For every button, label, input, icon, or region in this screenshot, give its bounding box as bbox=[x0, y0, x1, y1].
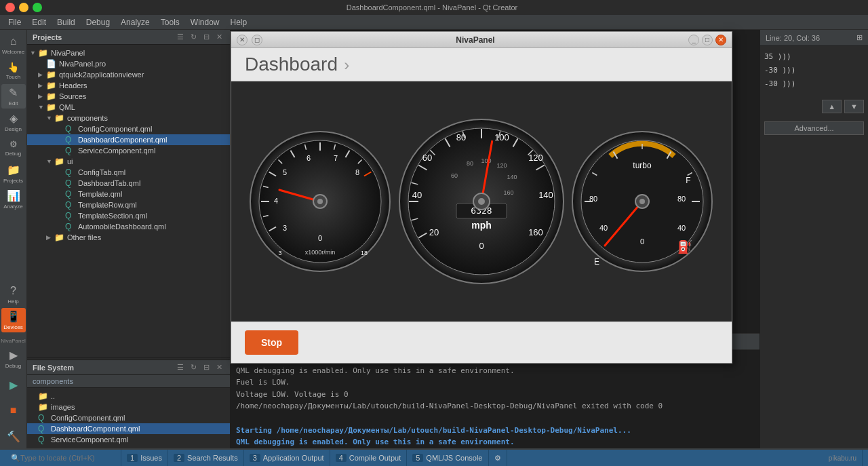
config-label: ConfigComponent.qml bbox=[78, 125, 152, 133]
tree-configtab[interactable]: Q ConfigTab.qml bbox=[27, 167, 230, 178]
sidebar-projects[interactable]: 📁 Projects bbox=[1, 161, 26, 186]
sidebar-welcome[interactable]: ⌂ Welcome bbox=[1, 33, 26, 57]
sidebar-debug2[interactable]: ▶ Debug bbox=[1, 347, 26, 371]
fs-sync-btn[interactable]: ↻ bbox=[188, 362, 199, 373]
preview-close2-btn[interactable]: ✕ bbox=[715, 35, 726, 45]
fs-dashboard[interactable]: Q DashboardComponent.qml bbox=[27, 423, 230, 434]
sync-btn[interactable]: ↻ bbox=[188, 32, 199, 43]
close-btn[interactable] bbox=[5, 3, 15, 12]
preview-close-btn[interactable]: ✕ bbox=[237, 35, 248, 45]
status-issues[interactable]: 1 Issues bbox=[121, 450, 168, 466]
tree-root[interactable]: ▼ 📁 NivaPanel bbox=[27, 47, 230, 58]
sidebar-design[interactable]: ◈ Design bbox=[1, 110, 26, 134]
menu-debug[interactable]: Debug bbox=[81, 15, 115, 29]
menu-build[interactable]: Build bbox=[52, 15, 81, 29]
sidebar-run[interactable]: ▶ bbox=[1, 372, 26, 397]
preview-max-btn[interactable]: □ bbox=[702, 35, 713, 45]
close-panel-btn[interactable]: ✕ bbox=[214, 32, 224, 43]
sidebar-analyze[interactable]: 📊 Analyze bbox=[1, 187, 26, 212]
menu-edit[interactable]: Edit bbox=[26, 15, 52, 29]
menu-analyze[interactable]: Analyze bbox=[115, 15, 155, 29]
sidebar-touch[interactable]: 👆 Touch bbox=[1, 58, 26, 83]
svg-text:40: 40 bbox=[412, 190, 422, 200]
filter-btn[interactable]: ☰ bbox=[175, 32, 186, 43]
fs-up[interactable]: 📁 .. bbox=[27, 391, 230, 402]
status-search-results[interactable]: 2 Search Results bbox=[168, 450, 244, 466]
sidebar-stop[interactable]: ■ bbox=[1, 398, 26, 423]
tree-components[interactable]: ▼ 📁 components bbox=[27, 113, 230, 123]
components-label: components bbox=[67, 114, 108, 122]
svg-text:⛽: ⛽ bbox=[677, 239, 693, 254]
advanced-btn[interactable]: Advanced... bbox=[764, 121, 864, 135]
status-icon[interactable]: 🔍 bbox=[5, 450, 121, 466]
svg-point-27 bbox=[317, 199, 323, 204]
status-bar: 🔍 1 Issues 2 Search Results 3 Applicatio… bbox=[0, 450, 868, 466]
tree-dashboard[interactable]: Q DashboardComponent.qml bbox=[27, 134, 230, 145]
tree-autodash[interactable]: Q AutomobileDashboard.qml bbox=[27, 221, 230, 232]
right-panel-code: 35 ))) -30 ))) -30 ))) bbox=[760, 46, 868, 94]
hammer-icon: 🔨 bbox=[7, 430, 20, 443]
svg-point-86 bbox=[639, 199, 645, 204]
fs-config[interactable]: Q ConfigComponent.qml bbox=[27, 412, 230, 423]
tachometer-gauge: 0 3 4 5 6 7 8 3 18 x1000r/min bbox=[248, 129, 393, 275]
sidebar-debug[interactable]: ⚙ Debug bbox=[1, 136, 26, 160]
tree-config[interactable]: Q ConfigComponent.qml bbox=[27, 123, 230, 134]
svg-text:4: 4 bbox=[274, 197, 278, 205]
fs-collapse-btn[interactable]: ⊟ bbox=[201, 362, 212, 373]
status-compile[interactable]: 4 Compile Output bbox=[330, 450, 408, 466]
menu-help[interactable]: Help bbox=[225, 15, 253, 29]
stop-button[interactable]: Stop bbox=[245, 330, 298, 355]
fs-service[interactable]: Q ServiceComponent.qml bbox=[27, 434, 230, 445]
fs-filter-btn[interactable]: ☰ bbox=[175, 362, 186, 373]
up-arrow-btn[interactable]: ▲ bbox=[822, 100, 842, 113]
help-icon: ? bbox=[10, 285, 16, 297]
collapse-btn[interactable]: ⊟ bbox=[201, 32, 212, 43]
tree-templatesection[interactable]: Q TemplateSection.qml bbox=[27, 210, 230, 221]
status-settings-btn[interactable]: ⚙ bbox=[489, 450, 507, 466]
tree-headers[interactable]: ▶ 📁 Headers bbox=[27, 80, 230, 91]
preview-window: ✕ ◻ NivaPanel _ □ ✕ Dashboard › bbox=[231, 31, 732, 364]
template-label: Template.qml bbox=[78, 190, 122, 198]
tree-service[interactable]: Q ServiceComponent.qml bbox=[27, 145, 230, 156]
fs-close-btn[interactable]: ✕ bbox=[214, 362, 224, 373]
projects-title: Projects bbox=[33, 33, 62, 41]
sidebar-build[interactable]: 🔨 bbox=[1, 424, 26, 448]
tree-ui[interactable]: ▼ 📁 ui bbox=[27, 156, 230, 167]
title-bar-controls[interactable] bbox=[5, 3, 42, 12]
tree-templaterow[interactable]: Q TemplateRow.qml bbox=[27, 199, 230, 210]
sidebar-devices[interactable]: 📱 Devices bbox=[1, 308, 26, 332]
filesystem-title: File System bbox=[33, 364, 74, 372]
tree-pro[interactable]: 📄 NivaPanel.pro bbox=[27, 58, 230, 69]
menu-bar: File Edit Build Debug Analyze Tools Wind… bbox=[0, 15, 868, 30]
maximize-btn[interactable] bbox=[33, 3, 42, 12]
minimize-btn[interactable] bbox=[19, 3, 28, 12]
menu-tools[interactable]: Tools bbox=[155, 15, 185, 29]
sidebar-edit[interactable]: ✎ Edit bbox=[1, 84, 26, 109]
tree-sources[interactable]: ▶ 📁 Sources bbox=[27, 91, 230, 102]
output-line-4: Voltage LOW. Voltage is 0 bbox=[236, 389, 754, 401]
fs-images[interactable]: 📁 images bbox=[27, 402, 230, 412]
expand-icon[interactable]: ⊞ bbox=[856, 33, 863, 42]
debug-label: Debug bbox=[5, 151, 22, 157]
tree-qml[interactable]: ▼ 📁 QML bbox=[27, 102, 230, 113]
right-panel: Line: 20, Col: 36 ⊞ 35 ))) -30 ))) -30 )… bbox=[760, 30, 868, 448]
filesystem-panel: File System ☰ ↻ ⊟ ✕ components 📁 .. 📁 bbox=[27, 360, 230, 448]
tree-other[interactable]: ▶ 📁 Other files bbox=[27, 232, 230, 243]
status-app-output[interactable]: 3 Application Output bbox=[244, 450, 330, 466]
locate-input[interactable] bbox=[20, 454, 115, 462]
down-arrow-btn[interactable]: ▼ bbox=[844, 100, 864, 113]
svg-text:80: 80 bbox=[677, 195, 686, 203]
output-line-6 bbox=[236, 412, 754, 425]
preview-min-btn[interactable]: _ bbox=[688, 35, 699, 45]
tree-dashboardtab[interactable]: Q DashboardTab.qml bbox=[27, 178, 230, 189]
sidebar-help[interactable]: ? Help bbox=[1, 282, 26, 307]
tree-template[interactable]: Q Template.qml bbox=[27, 189, 230, 199]
preview-restore-btn[interactable]: ◻ bbox=[252, 35, 262, 45]
menu-file[interactable]: File bbox=[3, 15, 26, 29]
tree-qtquick[interactable]: ▶ 📁 qtquick2applicationviewer bbox=[27, 69, 230, 80]
dashboard-title-area: Dashboard › bbox=[231, 48, 732, 81]
edit-label: Edit bbox=[9, 100, 18, 106]
svg-text:160: 160 bbox=[503, 189, 513, 196]
status-qml-console[interactable]: 5 QML/JS Console bbox=[407, 450, 488, 466]
menu-window[interactable]: Window bbox=[185, 15, 225, 29]
